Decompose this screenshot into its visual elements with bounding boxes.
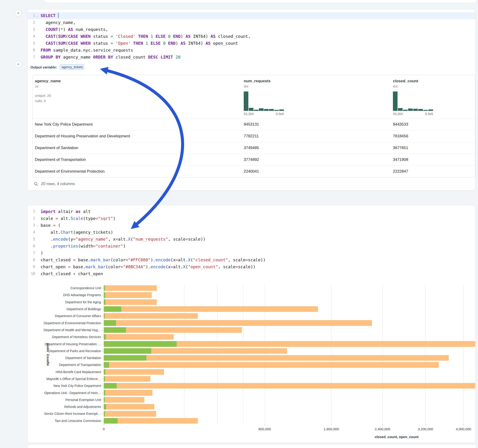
code-line[interactable]: 9chart_open = base.mark_bar(color="#8BC3… xyxy=(28,263,475,270)
chart-row: HRA Benefit Card Replacement xyxy=(28,368,475,375)
x-tick-mark xyxy=(265,424,265,426)
y-tick-mark xyxy=(102,309,103,309)
add-cell-button[interactable]: + xyxy=(15,10,22,17)
code-line[interactable]: 4 CAST(SUM(CASE WHEN status = 'Closed' T… xyxy=(28,33,475,40)
line-number: 6 xyxy=(28,243,35,249)
fold-gutter xyxy=(35,256,40,263)
y-tick-mark xyxy=(102,379,103,379)
bar-open-count xyxy=(104,348,151,354)
line-number: 7 xyxy=(28,249,35,256)
y-tick-mark xyxy=(102,337,103,337)
y-tick-label: Taxi and Limousine Commission xyxy=(28,417,101,424)
bar-group xyxy=(104,292,475,298)
chart-row: Operations Unit - Department of Hom… xyxy=(28,389,475,396)
table-row[interactable]: Department of Transportation377489234719… xyxy=(32,154,475,165)
code-text: CAST(SUM(CASE WHEN status = 'Closed' THE… xyxy=(41,33,251,40)
chart-rows: Correspondence UnitDHS Advantage Program… xyxy=(28,285,475,424)
code-text: import altair as alt xyxy=(41,208,91,215)
column-header-agency_name[interactable]: agency_namestrunique: 20nulls: 0 xyxy=(32,75,241,118)
column-header-closed_count[interactable]: closed_counti6453,3049.4e6 xyxy=(391,75,475,118)
code-line[interactable]: 6 .properties(width="container") xyxy=(28,243,475,249)
bar-group xyxy=(104,418,475,423)
code-line[interactable]: 3⌄base = ( xyxy=(28,222,475,229)
code-line[interactable]: 2scale = alt.Scale(type="sqrt") xyxy=(28,215,475,222)
fold-chevron-icon[interactable]: ⌄ xyxy=(35,12,40,19)
chart-row: Taxi and Limousine Commission xyxy=(28,417,475,424)
code-line[interactable]: 7GROUP BY agency_name ORDER BY closed_co… xyxy=(28,54,475,61)
code-text: COUNT(*) AS num_requests, xyxy=(41,26,108,33)
y-tick-mark xyxy=(102,393,103,393)
chart-row: Department of Transportation xyxy=(28,361,475,368)
code-text: chart_open = base.mark_bar(color="#8BC34… xyxy=(41,263,256,270)
code-line[interactable]: 6FROM sample_data.nyc.service_requests xyxy=(28,47,475,54)
search-icon[interactable] xyxy=(34,182,38,186)
bar-group xyxy=(104,404,475,410)
chart-row: Refunds and Adjustments xyxy=(28,403,475,410)
table-cell: 2240041 xyxy=(241,166,391,177)
table-cell: 3677651 xyxy=(391,142,475,154)
table-row[interactable]: Department of Environmental Protection22… xyxy=(32,165,475,177)
code-line[interactable]: 5 .encode(y="agency_name", x=alt.X("num_… xyxy=(28,236,475,243)
code-line[interactable]: 5 CAST(SUM(CASE WHEN status = 'Open' THE… xyxy=(28,40,475,47)
bar-open-count xyxy=(104,383,117,389)
bar-closed-count xyxy=(104,320,372,326)
bar-group xyxy=(104,299,475,305)
y-tick-label: Department of Health and Mental Hyg… xyxy=(28,327,101,333)
table-row[interactable]: Department of Sanitation37494853677651 xyxy=(32,142,475,154)
code-line[interactable]: 2 agency_name, xyxy=(28,19,475,26)
bar-closed-count xyxy=(104,355,449,361)
code-line[interactable]: 3 COUNT(*) AS num_requests, xyxy=(28,26,475,33)
table-cell: 3749485 xyxy=(241,142,391,154)
code-line[interactable]: 7) xyxy=(28,249,475,256)
bar-open-count xyxy=(104,411,105,417)
bar-closed-count xyxy=(104,418,198,423)
code-line[interactable]: 10chart_closed + chart_open xyxy=(28,270,475,277)
sql-editor[interactable]: 1⌄SELECT 2 agency_name,3 COUNT(*) AS num… xyxy=(28,9,475,62)
table-row[interactable]: New York City Police Department945313194… xyxy=(32,119,475,130)
line-number: 3 xyxy=(28,26,35,33)
chart-row: Department of Buildings xyxy=(28,305,475,312)
bar-open-count xyxy=(104,320,116,326)
column-header-num_requests[interactable]: num_requestsi6453,3049.5e6 xyxy=(241,75,391,118)
x-tick-label: 2,400,000 xyxy=(375,427,390,431)
bar-group xyxy=(104,390,475,395)
fold-gutter xyxy=(35,208,40,215)
bar-open-count xyxy=(104,362,109,367)
fold-gutter xyxy=(35,263,40,270)
line-number: 7 xyxy=(28,54,35,61)
add-cell-button[interactable]: + xyxy=(15,61,22,68)
y-tick-label: Department of Environmental Protection xyxy=(28,319,101,326)
bar-group xyxy=(104,334,475,340)
table-cell: New York City Police Department xyxy=(32,119,241,130)
bar-open-count xyxy=(104,376,105,382)
code-line[interactable]: 1⌄SELECT xyxy=(28,12,475,19)
bar-closed-count xyxy=(104,404,154,410)
fold-chevron-icon[interactable]: ⌄ xyxy=(35,222,40,229)
output-variable-chip[interactable]: agency_tickets xyxy=(60,64,84,70)
chart-row: Mayorâ€ s Office of Special Enforce… xyxy=(28,375,475,382)
line-number: 5 xyxy=(28,40,35,47)
bar-group xyxy=(104,376,475,382)
x-tick-mark xyxy=(104,424,104,426)
code-line[interactable]: 8chart_closed = base.mark_bar(color="#FF… xyxy=(28,256,475,263)
code-line[interactable]: 1import altair as alt xyxy=(28,208,475,215)
y-tick-label: DHS Advantage Programs xyxy=(28,292,101,299)
bar-group xyxy=(104,348,475,354)
code-text: alt.Chart(agency_tickets) xyxy=(41,229,113,236)
bar-group xyxy=(104,313,475,319)
column-histogram xyxy=(393,92,433,111)
code-text: .encode(y="agency_name", x=alt.X("num_re… xyxy=(41,236,205,243)
bar-open-count xyxy=(104,404,106,410)
y-tick-mark xyxy=(102,358,103,358)
bar-open-count xyxy=(104,299,105,305)
column-stats: unique: 20nulls: 0 xyxy=(35,93,239,104)
code-line[interactable]: 4 alt.Chart(agency_tickets) xyxy=(28,229,475,236)
bar-chart: agency_name Correspondence UnitDHS Advan… xyxy=(28,284,475,443)
y-tick-mark xyxy=(102,407,103,407)
table-row[interactable]: Department of Housing Preservation and D… xyxy=(32,130,475,142)
y-tick-mark xyxy=(102,365,103,365)
python-editor[interactable]: 1import altair as alt2scale = alt.Scale(… xyxy=(28,205,475,279)
bar-open-count xyxy=(104,334,106,340)
y-tick-mark xyxy=(102,330,103,330)
table-header: agency_namestrunique: 20nulls: 0num_requ… xyxy=(32,75,475,119)
